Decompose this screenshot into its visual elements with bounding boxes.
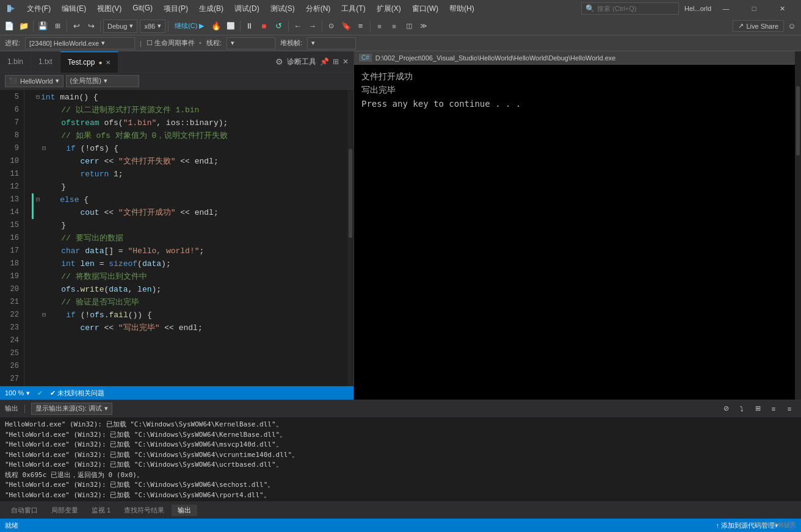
align-center-btn[interactable]: ≡: [388, 20, 401, 33]
tab-label-1txt: 1.txt: [38, 57, 53, 66]
right-scrollbar-thumb: [796, 86, 800, 156]
lifecycle-btn[interactable]: ☐ 生命周期事件 •: [147, 38, 201, 48]
filename-dropdown[interactable]: ⬛ HelloWorld ▾: [5, 75, 63, 87]
code-line-8: ofstream ofs("1.bin", ios::binary);: [32, 117, 347, 129]
code-line-10: // 如果 ofs 对象值为 0，说明文件打开失败: [32, 129, 347, 142]
live-share-button[interactable]: ↗ Live Share: [733, 20, 784, 32]
output-copy-btn[interactable]: ⊞: [751, 402, 764, 415]
fire-icon-btn[interactable]: 🔥: [209, 20, 223, 33]
output-wrap-btn[interactable]: ⤵: [735, 402, 748, 415]
code-line-24: // 将数据写出到文件中: [32, 270, 347, 283]
output-more-btn[interactable]: ≡: [767, 402, 780, 415]
continue-btn[interactable]: 继续(C) ▶: [171, 20, 208, 33]
menu-item-f[interactable]: 文件(F): [22, 2, 56, 15]
output-content[interactable]: HelloWorld.exe" (Win32): 已加载 "C:\Windows…: [0, 417, 801, 501]
debug-config-label: Debug: [107, 23, 127, 30]
debug2-btn[interactable]: ≫: [417, 20, 430, 33]
maximize-button[interactable]: □: [740, 0, 768, 17]
search-box[interactable]: 🔍: [581, 2, 679, 15]
output-tab-输出[interactable]: 输出: [172, 505, 197, 516]
console-lines: 文件打开成功写出完毕Press any key to continue . . …: [361, 70, 788, 110]
pause-btn[interactable]: ⏸: [243, 20, 256, 33]
code-line-5: ⊟int main() {: [32, 91, 347, 104]
process-dropdown[interactable]: [23480] HelloWorld.exe ▾: [25, 37, 135, 49]
stack-dropdown[interactable]: ▾: [307, 37, 356, 49]
nav-back-btn[interactable]: ←: [291, 20, 305, 33]
breakpoint-btn[interactable]: ⊙: [325, 20, 338, 33]
tab-close-btn[interactable]: ✕: [106, 59, 111, 66]
output-line: "HelloWorld.exe" (Win32): 已加载 "C:\Window…: [5, 430, 796, 440]
undo-btn[interactable]: ↩: [70, 20, 83, 33]
output-clear-btn[interactable]: ⊘: [719, 402, 733, 415]
debug-config-dropdown[interactable]: Debug ▾: [103, 20, 137, 33]
output-line: "HelloWorld.exe" (Win32): 已加载 "C:\Window…: [5, 440, 796, 450]
search-input[interactable]: [597, 5, 670, 12]
editor-toolbar: ⬛ HelloWorld ▾ (全局范围) ▾: [0, 73, 353, 90]
save-all-btn[interactable]: ⊞: [51, 20, 64, 33]
tab-1bin[interactable]: 1.bin: [0, 51, 31, 73]
menu-item-v[interactable]: 视图(V): [92, 2, 126, 15]
step-over-btn[interactable]: ⬜: [224, 20, 237, 33]
editor-area: 1.bin 1.txt Test.cpp ● ✕ ⚙ 诊断工具 📌 ⊞ ✕ ⬛: [0, 51, 354, 400]
output-label: 输出: [5, 404, 18, 413]
output-source-label: 显示输出来源(S): 调试: [35, 404, 102, 413]
bookmark2-btn[interactable]: ◫: [402, 20, 416, 33]
bookmark-btn[interactable]: 🔖: [339, 20, 353, 33]
menu-item-b[interactable]: 生成(B): [194, 2, 228, 15]
restart-btn[interactable]: ↺: [272, 20, 286, 33]
new-project-btn[interactable]: 📄: [2, 20, 16, 33]
gear-icon[interactable]: ⚙: [275, 57, 283, 66]
code-line-11: ⊟ if (!ofs) {: [32, 142, 347, 155]
open-btn[interactable]: 📁: [17, 20, 31, 33]
lifecycle-label: 生命周期事件: [154, 39, 195, 46]
menu-item-h[interactable]: 帮助(H): [444, 2, 479, 15]
zoom-control[interactable]: 100 % ▾: [5, 389, 30, 397]
output-source-dropdown[interactable]: 显示输出来源(S): 调试 ▾: [31, 403, 112, 415]
output-tab-查找符号结果[interactable]: 查找符号结果: [118, 505, 170, 516]
menu-item-p[interactable]: 项目(P): [159, 2, 193, 15]
menu-item-d[interactable]: 调试(D): [230, 2, 264, 15]
platform-dropdown[interactable]: x86 ▾: [140, 20, 165, 33]
nav-fwd-btn[interactable]: →: [306, 20, 319, 33]
output-tab-局部变量[interactable]: 局部变量: [45, 505, 84, 516]
code-line-20: // 要写出的数据: [32, 232, 347, 245]
more-btn[interactable]: ≡: [354, 20, 368, 33]
menu-item-e[interactable]: 编辑(E): [57, 2, 91, 15]
menu-item-n[interactable]: 分析(N): [301, 2, 336, 15]
menu-item-s[interactable]: 测试(S): [266, 2, 300, 15]
save-btn[interactable]: 💾: [36, 20, 49, 33]
tab-testcpp[interactable]: Test.cpp ● ✕: [60, 51, 119, 73]
menu-item-w[interactable]: 窗口(W): [407, 2, 443, 15]
minimize-button[interactable]: —: [712, 0, 740, 17]
file-icon: ⬛: [9, 77, 16, 84]
close-diag-icon[interactable]: ✕: [343, 57, 349, 66]
thread-dropdown[interactable]: ▾: [227, 37, 275, 49]
tab-1txt[interactable]: 1.txt: [31, 51, 60, 73]
split-icon[interactable]: ⊞: [333, 57, 339, 66]
align-left-btn[interactable]: ≡: [373, 20, 386, 33]
feedback-btn[interactable]: ☺: [785, 20, 799, 33]
menu-item-gitg[interactable]: Git(G): [128, 2, 158, 15]
output-line: "HelloWorld.exe" (Win32): 已加载 "C:\Window…: [5, 480, 796, 491]
zoom-value: 100 %: [5, 389, 24, 397]
redo-btn[interactable]: ↪: [84, 20, 98, 33]
code-line-17: cout << "文件打开成功" << endl;: [32, 206, 347, 219]
code-line-29: cerr << "写出完毕" << endl;: [32, 322, 347, 334]
code-editor[interactable]: 5 6 7 8 9 10 11 12 13 14 15 16 17 18 19 …: [0, 90, 353, 386]
code-content[interactable]: ⊟int main() { // 以二进制形式打开资源文件 1.bin ofst…: [24, 90, 347, 386]
menu-item-t[interactable]: 工具(T): [336, 2, 370, 15]
scope-dropdown[interactable]: (全局范围) ▾: [66, 75, 139, 87]
tab-label-testcpp: Test.cpp: [68, 58, 95, 66]
stop-btn[interactable]: ■: [258, 20, 271, 33]
right-panel-scrollbar[interactable]: [795, 51, 801, 400]
menu-items-container: 文件(F)编辑(E)视图(V)Git(G)项目(P)生成(B)调试(D)测试(S…: [22, 2, 479, 15]
output-line: "HelloWorld.exe" (Win32): 已加载 "C:\Window…: [5, 450, 796, 461]
output-tab-自动窗口[interactable]: 自动窗口: [5, 505, 44, 516]
menu-item-x[interactable]: 扩展(X): [372, 2, 406, 15]
editor-scrollbar[interactable]: [347, 90, 353, 386]
code-line-25: ofs.write(data, len);: [32, 283, 347, 296]
output-indent-btn[interactable]: ≡: [783, 402, 796, 415]
output-tab-监视1[interactable]: 监视 1: [85, 505, 117, 516]
pin-icon[interactable]: 📌: [320, 57, 329, 66]
close-button[interactable]: ✕: [768, 0, 796, 17]
